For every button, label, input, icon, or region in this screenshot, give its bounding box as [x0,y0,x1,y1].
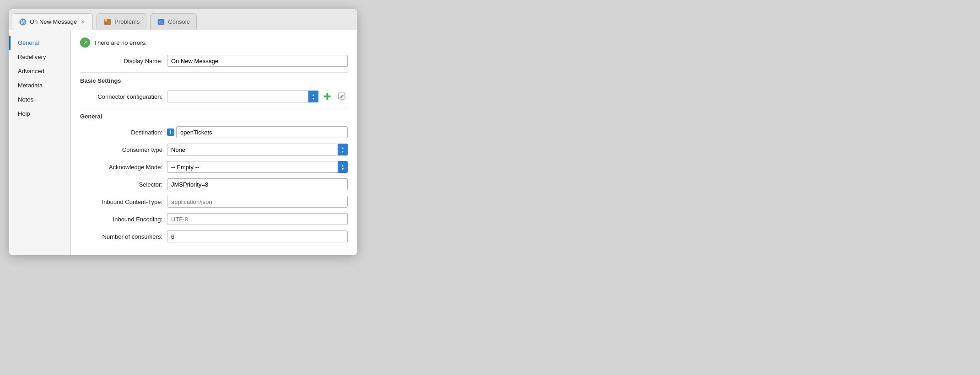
display-name-row: Display Name: [80,55,348,67]
general-section-title: General [80,113,348,122]
consumer-type-row: Consumer type None Topic Queue [80,144,348,155]
consumer-type-select-wrapper: None Topic Queue [167,144,348,155]
acknowledge-mode-select[interactable]: -- Empty -- AUTO CLIENT DUPS_OK SESSION_… [167,161,348,173]
connector-config-label: Connector configuration: [80,93,167,100]
destination-wrapper: i [167,126,348,138]
edit-icon [338,92,345,101]
num-consumers-row: Number of consumers: [80,230,348,242]
selector-input[interactable] [167,178,348,190]
sidebar-item-notes[interactable]: Notes [9,92,70,107]
sidebar: General Redelivery Advanced Metadata Not… [9,30,71,255]
basic-settings-title: Basic Settings [80,77,348,86]
edit-connector-button[interactable] [336,91,348,102]
svg-rect-4 [108,19,110,21]
tab-bar: M On New Message ✕ Problems [9,9,357,30]
destination-input[interactable] [176,126,348,138]
consumer-type-select[interactable]: None Topic Queue [167,144,348,155]
main-window: M On New Message ✕ Problems [9,9,357,255]
destination-row: Destination: i [80,126,348,138]
sidebar-item-metadata[interactable]: Metadata [9,78,70,92]
main-panel: There are no errors. Display Name: Basic… [71,30,357,255]
tab-on-new-message[interactable]: M On New Message ✕ [12,13,93,30]
flow-icon: M [19,18,27,26]
content-area: General Redelivery Advanced Metadata Not… [9,30,357,255]
acknowledge-mode-select-wrapper: -- Empty -- AUTO CLIENT DUPS_OK SESSION_… [167,161,348,173]
acknowledge-mode-label: Acknowledge Mode: [80,164,167,171]
connector-config-row: Connector configuration: ✚ [80,91,348,102]
problems-icon [103,18,112,26]
consumer-type-label: Consumer type [80,146,167,153]
plus-icon: ✚ [323,92,331,101]
connector-config-select[interactable] [167,91,318,102]
acknowledge-mode-row: Acknowledge Mode: -- Empty -- AUTO CLIEN… [80,161,348,173]
status-message: There are no errors. [94,39,147,46]
sidebar-item-advanced[interactable]: Advanced [9,64,70,78]
status-banner: There are no errors. [80,38,348,48]
tab-console-label: Console [168,18,190,25]
num-consumers-label: Number of consumers: [80,233,167,240]
sidebar-item-help[interactable]: Help [9,107,70,121]
console-icon: >_ [157,18,165,26]
display-name-label: Display Name: [80,58,167,64]
connector-select-wrapper [167,91,318,102]
divider-2 [80,108,348,108]
svg-text:>_: >_ [159,20,163,24]
sidebar-item-general[interactable]: General [9,36,70,50]
svg-rect-6 [108,22,110,25]
divider-1 [80,72,348,73]
add-connector-button[interactable]: ✚ [321,91,333,102]
destination-label: Destination: [80,129,167,136]
tab-on-new-message-label: On New Message [30,18,77,25]
selector-label: Selector: [80,181,167,188]
tab-console[interactable]: >_ Console [150,13,197,30]
selector-row: Selector: [80,178,348,190]
inbound-encoding-input[interactable] [167,213,348,225]
status-ok-icon [80,38,90,48]
inbound-encoding-label: Inbound Encoding: [80,216,167,223]
display-name-input[interactable] [167,55,348,67]
svg-rect-5 [105,22,107,25]
inbound-encoding-row: Inbound Encoding: [80,213,348,225]
num-consumers-input[interactable] [167,230,348,242]
sidebar-item-redelivery[interactable]: Redelivery [9,50,70,64]
svg-rect-3 [105,19,107,21]
inbound-content-type-input[interactable] [167,196,348,208]
tab-close-button[interactable]: ✕ [80,19,86,25]
inbound-content-type-label: Inbound Content-Type: [80,198,167,205]
tab-problems[interactable]: Problems [97,13,146,30]
inbound-content-type-row: Inbound Content-Type: [80,196,348,208]
destination-info-icon: i [167,129,174,136]
tab-problems-label: Problems [114,18,140,25]
svg-text:M: M [21,20,25,25]
